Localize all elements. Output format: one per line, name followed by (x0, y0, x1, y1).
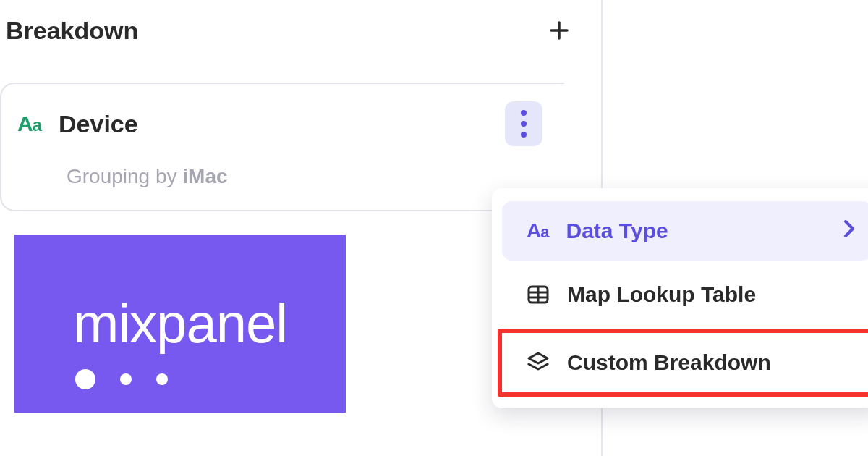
table-icon (527, 283, 550, 306)
menu-item-map-lookup[interactable]: Map Lookup Table (502, 265, 868, 324)
breakdown-item-card[interactable]: Aa Device Grouping by iMac (0, 83, 564, 211)
section-header: Breakdown (0, 0, 604, 61)
plus-icon (548, 20, 570, 41)
kebab-dot-icon (521, 132, 527, 138)
add-breakdown-button[interactable] (543, 14, 575, 46)
grouping-value: iMac (182, 165, 227, 187)
breakdown-item-row: Aa Device (17, 101, 542, 146)
menu-item-label: Map Lookup Table (567, 282, 756, 307)
kebab-dot-icon (521, 121, 527, 127)
logo-dots-icon (75, 369, 168, 389)
chevron-right-icon (843, 219, 855, 243)
menu-item-label: Custom Breakdown (567, 350, 771, 375)
kebab-dot-icon (521, 110, 527, 116)
layers-icon (527, 351, 550, 374)
item-context-menu: Aa Data Type Map Lookup Table Custom Bre… (492, 188, 868, 408)
text-type-icon: Aa (527, 219, 548, 242)
grouping-subtext: Grouping by iMac (67, 165, 542, 188)
item-menu-button[interactable] (505, 101, 542, 146)
breakdown-property-name: Device (59, 110, 488, 138)
grouping-prefix: Grouping by (67, 165, 182, 187)
menu-item-label: Data Type (566, 219, 668, 243)
menu-item-data-type[interactable]: Aa Data Type (502, 201, 868, 261)
section-title: Breakdown (6, 17, 138, 45)
mixpanel-logo: mixpanel (14, 235, 346, 413)
text-type-icon: Aa (17, 111, 41, 136)
logo-text: mixpanel (73, 296, 287, 351)
menu-item-custom-breakdown[interactable]: Custom Breakdown (498, 329, 868, 397)
